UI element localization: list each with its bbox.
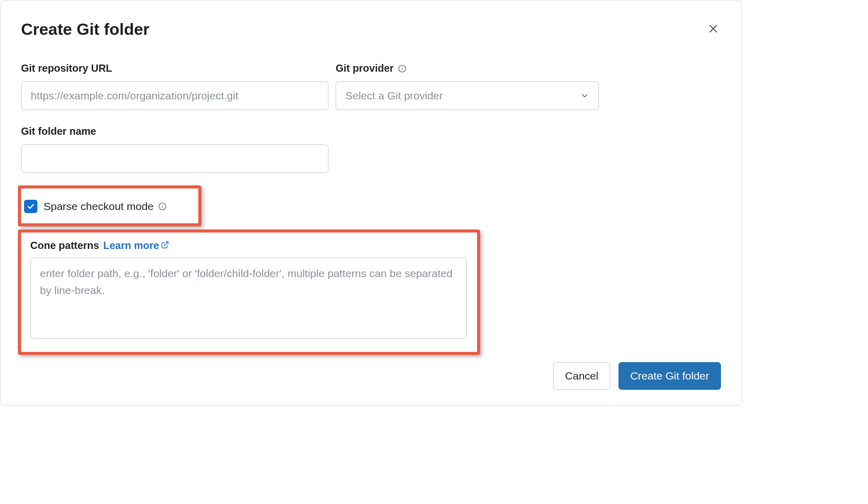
info-icon[interactable]	[398, 64, 407, 73]
create-button[interactable]: Create Git folder	[618, 362, 721, 390]
svg-line-8	[164, 242, 168, 245]
dialog-footer: Cancel Create Git folder	[21, 362, 721, 390]
provider-placeholder: Select a Git provider	[345, 90, 443, 102]
provider-select[interactable]: Select a Git provider	[336, 81, 599, 110]
chevron-down-icon	[580, 91, 589, 100]
row-url-provider: Git repository URL Git provider Select a…	[21, 62, 721, 110]
learn-more-link[interactable]: Learn more	[103, 240, 169, 251]
sparse-highlight: Sparse checkout mode	[18, 185, 201, 226]
learn-more-text: Learn more	[103, 240, 159, 251]
folder-name-input[interactable]	[21, 144, 328, 173]
dialog-title: Create Git folder	[21, 20, 150, 39]
close-button[interactable]	[706, 21, 721, 38]
info-icon[interactable]	[158, 202, 167, 211]
sparse-checkbox-row: Sparse checkout mode	[21, 200, 193, 213]
repo-url-label: Git repository URL	[21, 62, 328, 74]
field-provider: Git provider Select a Git provider	[336, 62, 599, 110]
dialog-header: Create Git folder	[21, 20, 721, 39]
external-link-icon	[161, 240, 169, 251]
cone-highlight: Cone patterns Learn more	[18, 229, 480, 355]
cancel-button[interactable]: Cancel	[553, 362, 610, 390]
check-icon	[26, 202, 35, 211]
cone-label: Cone patterns	[30, 240, 99, 251]
folder-name-label: Git folder name	[21, 125, 328, 137]
field-repo-url: Git repository URL	[21, 62, 328, 110]
cone-header: Cone patterns Learn more	[30, 240, 468, 251]
sparse-label: Sparse checkout mode	[44, 200, 167, 213]
provider-label: Git provider	[336, 62, 599, 74]
cone-patterns-textarea[interactable]	[30, 258, 467, 339]
sparse-checkbox[interactable]	[24, 200, 37, 213]
sparse-label-text: Sparse checkout mode	[44, 200, 154, 213]
field-folder-name: Git folder name	[21, 125, 328, 173]
repo-url-input[interactable]	[21, 81, 328, 110]
svg-point-7	[162, 204, 162, 205]
close-icon	[708, 23, 719, 36]
svg-point-4	[402, 67, 403, 67]
create-git-folder-dialog: Create Git folder Git repository URL Git…	[0, 0, 742, 406]
provider-label-text: Git provider	[336, 62, 394, 74]
